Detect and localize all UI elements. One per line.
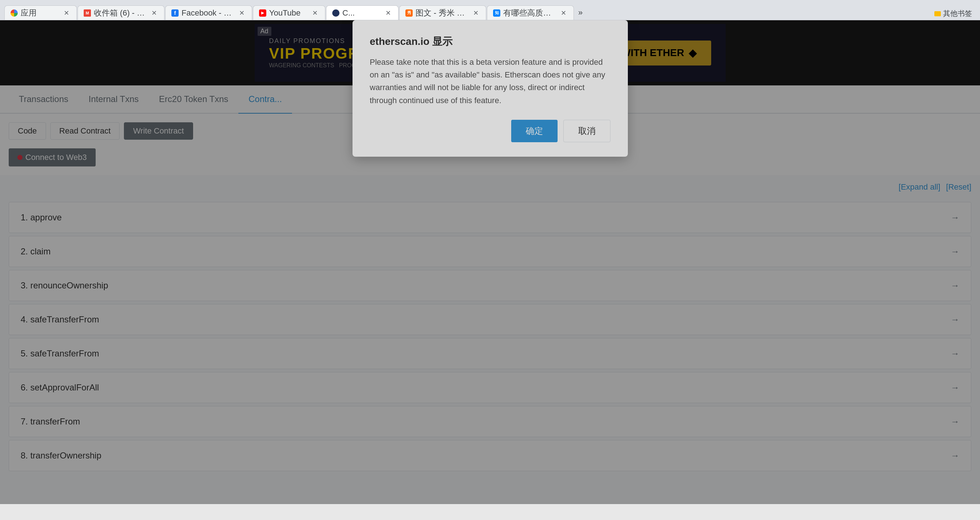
xiaomi-favicon-icon: 秀 <box>406 10 413 17</box>
tab-close-icon[interactable]: ✕ <box>310 9 319 17</box>
tab-close-icon[interactable]: ✕ <box>559 9 568 17</box>
tab-gmail-title: 收件箱 (6) - zp177... <box>94 8 147 19</box>
gmail-favicon-icon: M <box>84 10 91 17</box>
etherscan-favicon-icon <box>332 10 339 17</box>
tab-bar: 应用 ✕ M 收件箱 (6) - zp177... ✕ f Facebook -… <box>4 0 976 20</box>
modal-confirm-button[interactable]: 确定 <box>511 120 558 142</box>
modal-overlay: etherscan.io 显示 Please take note that th… <box>0 20 980 504</box>
tab-xiaomi[interactable]: 秀 图文 - 秀米 XI... ✕ <box>399 5 486 20</box>
tab-close-icon[interactable]: ✕ <box>62 9 71 17</box>
tab-apps-title: 应用 <box>21 8 37 19</box>
tab-xiaomi-title: 图文 - 秀米 XI... <box>415 8 468 19</box>
bookmark-other-books[interactable]: 其他书签 <box>931 7 976 20</box>
modal-buttons: 确定 取消 <box>370 120 611 142</box>
tab-youtube[interactable]: ▶ YouTube ✕ <box>253 5 325 20</box>
zhihu-favicon-icon: 知 <box>493 10 500 17</box>
tab-apps[interactable]: 应用 ✕ <box>4 5 77 20</box>
tab-etherscan-title: C... <box>342 8 355 18</box>
tab-facebook-title: Facebook - 登录或... <box>181 8 234 19</box>
tab-etherscan[interactable]: C... ✕ <box>326 5 399 20</box>
youtube-favicon-icon: ▶ <box>259 10 266 17</box>
modal-cancel-button[interactable]: 取消 <box>563 120 611 142</box>
tab-close-icon[interactable]: ✕ <box>383 9 392 17</box>
facebook-favicon-icon: f <box>171 10 178 17</box>
tab-zhihu-title: 有哪些高质量的自... <box>503 8 556 19</box>
tab-facebook[interactable]: f Facebook - 登录或... ✕ <box>165 5 252 20</box>
bookmark-label: 其他书签 <box>943 9 972 19</box>
tab-close-icon[interactable]: ✕ <box>150 9 158 17</box>
page-content: Ad DAILY PROMOTIONS VIP PROGRAM WAGERING… <box>0 20 980 504</box>
more-tabs-button[interactable]: » <box>574 5 586 20</box>
tab-youtube-title: YouTube <box>269 8 300 18</box>
tab-zhihu[interactable]: 知 有哪些高质量的自... ✕ <box>487 5 574 20</box>
tab-close-icon[interactable]: ✕ <box>237 9 246 17</box>
modal-title: etherscan.io 显示 <box>370 35 611 49</box>
tab-close-icon[interactable]: ✕ <box>471 9 480 17</box>
modal-dialog: etherscan.io 显示 Please take note that th… <box>353 20 628 157</box>
browser-chrome: 应用 ✕ M 收件箱 (6) - zp177... ✕ f Facebook -… <box>0 0 980 20</box>
folder-icon <box>934 11 941 16</box>
modal-body: Please take note that this is a beta ver… <box>370 56 611 107</box>
google-favicon-icon <box>11 10 18 17</box>
tab-gmail[interactable]: M 收件箱 (6) - zp177... ✕ <box>78 5 164 20</box>
